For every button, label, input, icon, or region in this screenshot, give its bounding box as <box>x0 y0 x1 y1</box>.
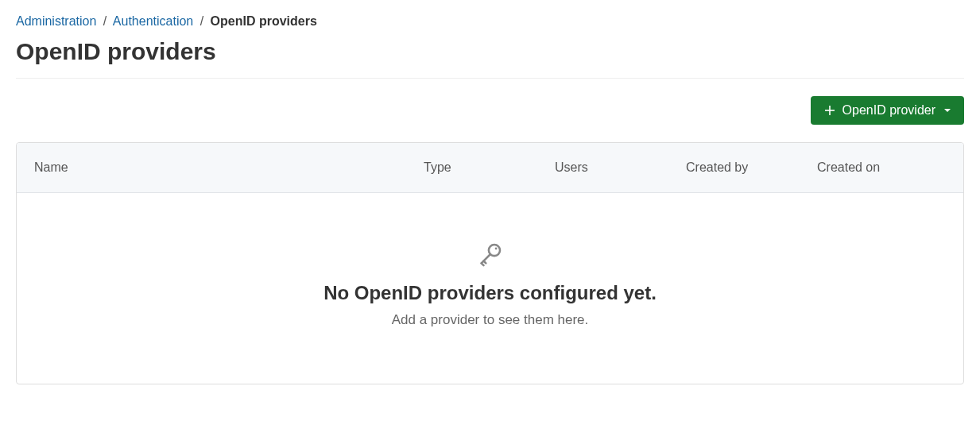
column-header-type: Type <box>424 160 555 175</box>
plus-icon <box>823 104 836 117</box>
divider <box>16 78 964 79</box>
table-header-row: Name Type Users Created by Created on <box>17 143 963 193</box>
page-title: OpenID providers <box>16 38 964 65</box>
add-openid-provider-button[interactable]: OpenID provider <box>811 96 964 125</box>
breadcrumb-separator: / <box>200 14 203 28</box>
column-header-created-on: Created on <box>817 160 880 175</box>
column-header-users: Users <box>555 160 686 175</box>
toolbar: OpenID provider <box>16 96 964 125</box>
chevron-down-icon <box>943 106 951 114</box>
breadcrumb-current: OpenID providers <box>211 14 317 28</box>
breadcrumb-link-administration[interactable]: Administration <box>16 14 96 28</box>
breadcrumb-link-authentication[interactable]: Authentication <box>113 14 193 28</box>
add-button-label: OpenID provider <box>842 103 935 118</box>
empty-state-title: No OpenID providers configured yet. <box>33 282 947 304</box>
breadcrumb-separator: / <box>103 14 107 28</box>
breadcrumb: Administration / Authentication / OpenID… <box>16 14 964 29</box>
empty-state: No OpenID providers configured yet. Add … <box>17 193 963 384</box>
column-header-name: Name <box>34 160 424 175</box>
svg-point-3 <box>494 248 497 250</box>
key-icon <box>33 241 947 268</box>
providers-table: Name Type Users Created by Created on No… <box>16 142 964 384</box>
column-header-created-by: Created by <box>686 160 817 175</box>
empty-state-subtitle: Add a provider to see them here. <box>33 312 947 328</box>
